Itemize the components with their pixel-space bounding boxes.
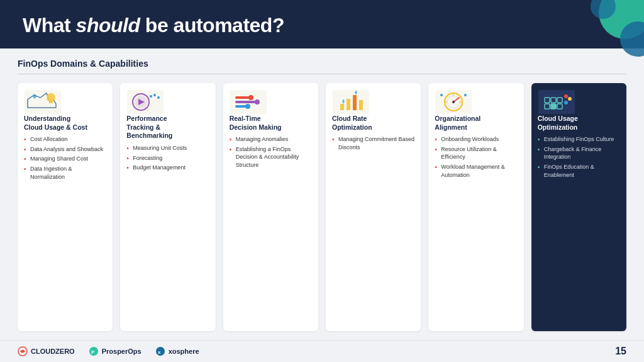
svg-rect-24 <box>347 99 350 110</box>
svg-rect-6 <box>49 101 53 103</box>
domain-card-performance: PerformanceTracking &Benchmarking Measur… <box>120 83 215 331</box>
svg-point-19 <box>248 95 253 100</box>
domain-card-realtime: Real-TimeDecision Making Managing Anomal… <box>223 83 318 331</box>
svg-rect-39 <box>538 90 575 114</box>
domain-name-realtime: Real-TimeDecision Making <box>230 115 312 132</box>
domain-name-performance: PerformanceTracking &Benchmarking <box>126 115 209 140</box>
svg-point-14 <box>157 96 160 99</box>
svg-point-20 <box>255 99 260 105</box>
domain-icon-realtime <box>230 89 267 115</box>
main-content: FinOps Domains & Capabilities <box>0 48 644 340</box>
bullet: Chargeback & Finance Integration <box>538 145 620 161</box>
svg-rect-23 <box>340 104 344 110</box>
svg-point-21 <box>245 104 250 109</box>
domain-card-cloudrate: Cloud RateOptimization Managing Commitme… <box>326 83 421 331</box>
svg-text:P: P <box>91 349 95 355</box>
bullet: Managing Shared Cost <box>24 155 106 163</box>
svg-point-38 <box>464 94 467 96</box>
domain-icon-understanding <box>24 89 62 115</box>
bullet: Resource Utilization & Efficiency <box>435 145 517 161</box>
svg-rect-25 <box>353 95 357 110</box>
xosphere-label: xosphere <box>169 348 199 355</box>
svg-rect-3 <box>25 90 61 114</box>
domain-bullets-cloudrate: Managing Commitment Based Disconts <box>332 135 414 153</box>
bullet: Establishing a FinOps Decision & Account… <box>230 145 312 169</box>
domain-name-organizational: OrganizationalAlignment <box>435 115 517 132</box>
svg-rect-44 <box>551 104 556 109</box>
bullet: Data Analysis and Showback <box>24 145 106 154</box>
domain-card-understanding: UnderstandingCloud Usage & Cost Cost All… <box>18 83 113 331</box>
svg-rect-17 <box>235 101 257 103</box>
domain-icon-organizational <box>435 89 472 115</box>
bullet: Managing Anomalies <box>230 135 312 144</box>
svg-rect-22 <box>333 90 369 114</box>
logo-xosphere: x xosphere <box>155 346 199 356</box>
svg-point-12 <box>150 95 152 98</box>
domain-bullets-organizational: Onboarding Workloads Resource Utilizatio… <box>435 135 517 181</box>
logo-prosperops: P ProsperOps <box>89 346 142 356</box>
svg-point-46 <box>564 94 568 98</box>
bullet: Forecasting <box>126 154 209 162</box>
svg-rect-26 <box>359 100 363 110</box>
domain-card-cloudusage: Cloud UsageOptimization Establishing Fin… <box>531 83 626 331</box>
decorative-circles <box>550 0 644 63</box>
bullet: Data Ingestion & Normalization <box>24 165 106 181</box>
logo-cloudzero: CLOUDZERO <box>18 346 75 356</box>
domain-name-cloudusage: Cloud UsageOptimization <box>538 115 620 132</box>
cloudzero-icon <box>18 346 28 356</box>
cloudzero-label: CLOUDZERO <box>31 348 75 355</box>
svg-point-13 <box>153 94 156 96</box>
xosphere-icon: x <box>155 346 165 356</box>
domain-bullets-cloudusage: Establishing FinOps Culture Chargeback &… <box>538 135 620 181</box>
domain-icon-cloudrate <box>332 89 370 115</box>
domain-bullets-realtime: Managing Anomalies Establishing a FinOps… <box>230 135 312 171</box>
header: What should be automated? <box>0 0 644 48</box>
domain-bullets-performance: Measuring Unit Costs Forecasting Budget … <box>126 144 209 174</box>
svg-text:x: x <box>158 349 161 355</box>
bullet: Budget Management <box>126 164 209 172</box>
svg-point-48 <box>564 101 568 105</box>
svg-point-47 <box>568 97 572 101</box>
logos-container: CLOUDZERO P ProsperOps x xosphere <box>18 346 199 356</box>
footer: CLOUDZERO P ProsperOps x xosphere 15 <box>0 340 644 362</box>
bullet: Establishing FinOps Culture <box>538 135 620 144</box>
page-number: 15 <box>615 346 626 357</box>
domain-name-cloudrate: Cloud RateOptimization <box>332 115 414 132</box>
domain-icon-performance <box>126 89 164 115</box>
bullet: Cost Allocation <box>24 135 106 144</box>
domains-grid: UnderstandingCloud Usage & Cost Cost All… <box>18 83 626 331</box>
svg-point-37 <box>440 94 443 96</box>
domain-bullets-understanding: Cost Allocation Data Analysis and Showba… <box>24 135 106 183</box>
prosperops-label: ProsperOps <box>102 348 142 355</box>
bullet: Onboarding Workloads <box>435 135 517 144</box>
domain-card-organizational: OrganizationalAlignment Onboarding Workl… <box>428 83 523 331</box>
bullet: Measuring Unit Costs <box>126 144 209 152</box>
domain-icon-cloudusage <box>538 89 575 115</box>
domain-name-understanding: UnderstandingCloud Usage & Cost <box>24 115 106 132</box>
section-title: FinOps Domains & Capabilities <box>18 59 626 74</box>
slide: What should be automated? FinOps Domains… <box>0 0 644 362</box>
prosperops-icon: P <box>89 346 99 356</box>
svg-point-33 <box>452 101 455 103</box>
svg-point-5 <box>47 93 55 102</box>
page-title: What should be automated? <box>23 14 621 37</box>
bullet: Managing Commitment Based Disconts <box>332 135 414 151</box>
bullet: FinOps Education & Enablement <box>538 163 620 179</box>
bullet: Workload Management & Automation <box>435 163 517 179</box>
